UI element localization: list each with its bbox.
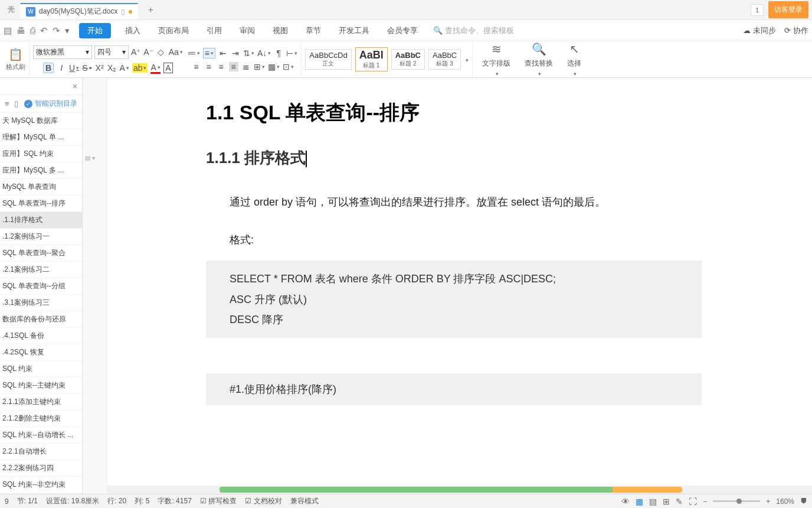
outline-item[interactable]: .1.2案例练习一 xyxy=(0,229,82,245)
outline-item[interactable]: SQL 约束--自动增长 ... xyxy=(0,427,82,444)
print-preview-icon[interactable]: ⎙ xyxy=(30,25,35,35)
outline-item[interactable]: .1.1排序格式 xyxy=(0,212,82,229)
outline-view-icon[interactable]: ≡ xyxy=(5,99,9,108)
menu-tab-page-layout[interactable]: 页面布局 xyxy=(155,23,192,38)
status-spellcheck[interactable]: ☑ 拼写检查 xyxy=(200,496,237,506)
italic-button[interactable]: I xyxy=(57,63,66,73)
window-count[interactable]: 1 xyxy=(751,4,764,16)
increase-font-icon[interactable]: A⁺ xyxy=(131,47,140,57)
outline-item[interactable]: .4.1SQL 备份 xyxy=(0,328,82,344)
menu-tab-review[interactable]: 审阅 xyxy=(236,23,258,38)
style-heading2[interactable]: AaBbC标题 2 xyxy=(391,49,425,70)
horizontal-scrollbar[interactable] xyxy=(107,486,812,494)
menu-tab-section[interactable]: 章节 xyxy=(302,23,325,38)
sort-button[interactable]: A↓ xyxy=(257,48,271,58)
outline-item[interactable]: .2.1案例练习二 xyxy=(0,262,82,278)
outline-item[interactable]: 数据库的备份与还原 xyxy=(0,311,82,328)
status-section[interactable]: 节: 1/1 xyxy=(17,496,38,506)
redo-icon[interactable]: ↷ xyxy=(53,25,60,36)
font-size-select[interactable]: 四号▾ xyxy=(94,45,129,59)
status-position[interactable]: 设置值: 19.8厘米 xyxy=(46,496,99,506)
tab-stops-button[interactable]: ⊢ xyxy=(286,48,297,58)
font-color-button[interactable]: A xyxy=(150,63,160,74)
zoom-in-button[interactable]: + xyxy=(766,497,770,506)
menu-tab-developer[interactable]: 开发工具 xyxy=(335,23,373,38)
status-page[interactable]: 9 xyxy=(5,497,9,506)
outline-item[interactable]: 天 MySQL 数据库 xyxy=(0,113,82,129)
document-tab[interactable]: W day05(MySQL)笔记.docx ▯ xyxy=(20,3,138,19)
outline-item[interactable]: SQL 约束--非空约束 xyxy=(0,477,82,493)
undo-icon[interactable]: ↶ xyxy=(40,25,48,36)
shading-button[interactable]: ▦ xyxy=(268,62,280,71)
sync-status[interactable]: ☁未同步 xyxy=(743,25,776,36)
outline-item[interactable]: SQL 单表查询--分组 xyxy=(0,278,82,295)
save-icon[interactable]: ▤ xyxy=(4,25,12,36)
find-replace-button[interactable]: 🔍查找替换 xyxy=(519,42,559,77)
status-row[interactable]: 行: 20 xyxy=(107,496,126,506)
tab-menu-icon[interactable]: ▯ xyxy=(121,8,125,16)
numbering-button[interactable]: ≡ xyxy=(203,48,215,58)
align-left-button[interactable]: ≡ xyxy=(192,62,201,71)
scroll-thumb[interactable] xyxy=(220,487,682,493)
style-heading1[interactable]: AaBl标题 1 xyxy=(355,47,388,71)
draft-mode-icon[interactable]: ✎ xyxy=(676,497,683,506)
text-layout-button[interactable]: ≋文字排版 xyxy=(476,42,516,77)
align-justify-button[interactable]: ≡ xyxy=(229,62,238,71)
outline-item[interactable]: SQL 单表查询--排序 xyxy=(0,196,82,212)
subscript-button[interactable]: X₂ xyxy=(107,63,117,73)
line-spacing-button[interactable]: ⇅ xyxy=(243,48,254,58)
web-layout-icon[interactable]: ⊞ xyxy=(663,497,670,506)
style-heading3[interactable]: AaBbC标题 3 xyxy=(428,49,461,70)
menu-tab-view[interactable]: 视图 xyxy=(269,23,292,38)
outline-item[interactable]: SQL 约束--主键约束 xyxy=(0,377,82,394)
align-right-button[interactable]: ≡ xyxy=(217,62,226,71)
outline-item[interactable]: .3.1案例练习三 xyxy=(0,295,82,311)
outline-item[interactable]: 理解】MySQL 单 ... xyxy=(0,129,82,146)
format-painter-label[interactable]: 格式刷 xyxy=(6,63,25,71)
superscript-button[interactable]: X² xyxy=(95,63,104,73)
new-tab-button[interactable]: + xyxy=(142,5,159,15)
outline-item[interactable]: 2.2.2案例练习四 xyxy=(0,460,82,477)
increase-indent-button[interactable]: ⇥ xyxy=(231,48,240,58)
status-compat[interactable]: 兼容模式 xyxy=(290,496,319,506)
change-case-icon[interactable]: Aa xyxy=(169,47,183,57)
outline-item[interactable]: 应用】MySQL 多 ... xyxy=(0,162,82,179)
show-marks-button[interactable]: ¶ xyxy=(274,48,283,58)
outline-item[interactable]: .4.2SQL 恢复 xyxy=(0,344,82,361)
print-icon[interactable]: 🖶 xyxy=(17,25,25,35)
outline-item[interactable]: 2.1.1添加主键约束 xyxy=(0,394,82,411)
menu-tab-member[interactable]: 会员专享 xyxy=(384,23,421,38)
char-border-button[interactable]: A xyxy=(163,63,173,73)
style-normal[interactable]: AaBbCcDd正文 xyxy=(305,49,351,70)
collab-button[interactable]: ⟳协作 xyxy=(784,25,808,36)
document-area[interactable]: 1.1 SQL 单表查询--排序 1.1.1 排序格式 通过 order by … xyxy=(107,78,812,494)
styles-more-button[interactable] xyxy=(464,56,469,64)
zoom-slider[interactable] xyxy=(713,500,760,502)
outline-item[interactable]: SQL 单表查询--聚合 xyxy=(0,245,82,262)
align-distributed-button[interactable]: ≣ xyxy=(241,62,251,71)
outline-item[interactable]: 2.2.1自动增长 xyxy=(0,444,82,460)
outline-item[interactable]: 应用】SQL 约束 xyxy=(0,146,82,162)
status-proofread[interactable]: ☑ 文档校对 xyxy=(245,496,281,506)
align-center-button[interactable]: ≡ xyxy=(204,62,214,71)
outline-list[interactable]: 天 MySQL 数据库理解】MySQL 单 ...应用】SQL 约束应用】MyS… xyxy=(0,113,82,494)
text-effects-button[interactable]: A xyxy=(120,63,129,73)
zoom-options-icon[interactable]: ⛊ xyxy=(800,497,807,506)
underline-button[interactable]: U xyxy=(69,63,79,73)
clear-format-icon[interactable]: ◇ xyxy=(156,47,166,57)
fullscreen-icon[interactable]: ⛶ xyxy=(689,497,697,506)
status-word-count[interactable]: 字数: 4157 xyxy=(158,496,191,506)
highlight-button[interactable]: ab xyxy=(132,63,148,73)
decrease-indent-button[interactable]: ⇤ xyxy=(218,48,228,58)
menu-tab-references[interactable]: 引用 xyxy=(203,23,225,38)
tab-shell[interactable]: 壳 xyxy=(2,5,20,15)
select-button[interactable]: ↖选择 xyxy=(561,42,587,77)
status-col[interactable]: 列: 5 xyxy=(135,496,149,506)
thumbnail-view-icon[interactable]: ▯ xyxy=(14,99,18,108)
menu-tab-insert[interactable]: 插入 xyxy=(122,23,144,38)
borders-button[interactable]: ⊡ xyxy=(283,62,294,71)
print-layout-icon[interactable]: ▦ xyxy=(636,497,643,506)
decrease-font-icon[interactable]: A⁻ xyxy=(143,47,153,57)
close-sidebar-icon[interactable]: × xyxy=(73,82,77,91)
outline-item[interactable]: 2.1.2删除主键约束 xyxy=(0,411,82,427)
